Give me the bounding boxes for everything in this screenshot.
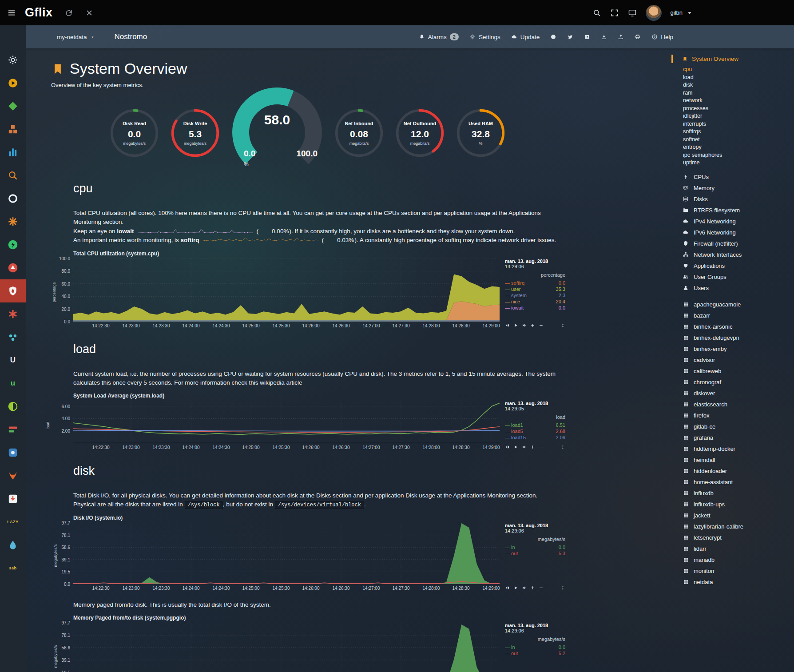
update-button[interactable]: Update — [511, 34, 540, 40]
chart-play-button[interactable] — [513, 585, 518, 590]
sidebar-app-settings[interactable] — [0, 48, 26, 72]
chart-zoom-in-button[interactable] — [530, 445, 535, 449]
gauge-disk-write[interactable]: Disk Write 5.3 megabytes/s — [170, 99, 221, 166]
nav-section-firewall-netfilter-[interactable]: Firewall (netfilter) — [682, 238, 790, 249]
chart-plot-area[interactable]: megabytes/s 97.778.158.639.119.50.0 14:2… — [73, 523, 500, 592]
sidebar-app-flower[interactable] — [0, 302, 26, 326]
nav-app-hiddenloader[interactable]: hiddenloader — [682, 465, 790, 477]
nav-section-disks[interactable]: Disks — [682, 194, 790, 205]
server-dropdown[interactable]: my-netdata — [57, 34, 95, 40]
chart-pan-forward-button[interactable] — [522, 323, 527, 328]
import-button[interactable] — [601, 34, 607, 40]
nav-app-lazylibrarian-calibre[interactable]: lazylibrarian-calibre — [682, 521, 790, 532]
legend-in[interactable]: — in0.0 — [505, 544, 565, 550]
sidebar-app-blue-app[interactable] — [0, 441, 26, 464]
nav-sub-interrupts[interactable]: interrupts — [683, 120, 790, 128]
nav-section-applications[interactable]: Applications — [682, 260, 790, 271]
facebook-link[interactable]: f — [584, 34, 590, 40]
legend-out[interactable]: — out-5.2 — [505, 650, 565, 656]
sidebar-app-plex[interactable] — [0, 72, 26, 95]
chart-pan-forward-button[interactable] — [522, 445, 527, 449]
nav-sub-uptime[interactable]: uptime — [683, 159, 790, 167]
chart-plot-area[interactable]: megabytes/s 97.778.158.639.119.50.0 14:2… — [73, 623, 500, 672]
nav-app-diskover[interactable]: diskover — [682, 388, 790, 399]
sidebar-app-sabnzbd[interactable]: sab — [0, 557, 26, 580]
hostname[interactable]: Nostromo — [115, 32, 147, 41]
nav-app-firefox[interactable]: firefox — [682, 410, 790, 421]
sidebar-app-home[interactable] — [0, 25, 26, 48]
hamburger-menu-icon[interactable] — [7, 8, 16, 17]
legend-load1[interactable]: — load16.51 — [505, 422, 565, 428]
chart-zoom-out-button[interactable] — [539, 445, 544, 449]
nav-system-overview[interactable]: System Overview — [671, 55, 790, 63]
nav-app-cadvisor[interactable]: cadvisor — [682, 354, 790, 366]
gauge-net-outbound[interactable]: Net Outbound 12.0 megabits/s — [394, 99, 445, 166]
chart-plot-area[interactable]: percentage 100.080.060.040.020.00.0 14:2… — [73, 258, 500, 329]
search-icon[interactable] — [592, 8, 601, 17]
settings-button[interactable]: Settings — [469, 34, 500, 40]
nav-section-users[interactable]: Users — [682, 282, 790, 294]
sidebar-app-emby[interactable] — [0, 95, 26, 118]
legend-in[interactable]: — in0.0 — [505, 644, 565, 650]
nav-app-jackett[interactable]: jackett — [682, 510, 790, 521]
nav-sub-softnet[interactable]: softnet — [683, 136, 790, 144]
sidebar-app-starburst[interactable] — [0, 210, 26, 233]
sidebar-app-bolt-app[interactable] — [0, 233, 26, 256]
legend-out[interactable]: — out-5.3 — [505, 550, 565, 557]
chart-zoom-out-button[interactable] — [539, 323, 544, 328]
user-menu[interactable]: gilbn — [671, 8, 694, 17]
nav-sub-entropy[interactable]: entropy — [683, 143, 790, 151]
nav-section-network-interfaces[interactable]: Network Interfaces — [682, 249, 790, 260]
chart-pan-backward-button[interactable] — [505, 445, 510, 449]
sidebar-app-boxes[interactable] — [0, 118, 26, 141]
nav-app-binhex-delugevpn[interactable]: binhex-delugevpn — [682, 332, 790, 343]
nav-sub-ram[interactable]: ram — [683, 89, 790, 97]
chart-pan-forward-button[interactable] — [522, 585, 527, 590]
help-button[interactable]: ? Help — [651, 34, 673, 40]
twitter-link[interactable] — [567, 34, 573, 40]
nav-sub-processes[interactable]: processes — [683, 105, 790, 113]
nav-section-ipv4-networking[interactable]: IPv4 Networking — [682, 216, 790, 227]
sidebar-app-levels-app[interactable] — [0, 418, 26, 441]
chart-pan-backward-button[interactable] — [505, 585, 510, 590]
nav-app-elasticsearch[interactable]: elasticsearch — [682, 399, 790, 410]
nav-app-monitorr[interactable]: monitorr — [682, 565, 790, 577]
chart-zoom-out-button[interactable] — [539, 585, 544, 590]
sidebar-app-netdata[interactable] — [0, 279, 26, 302]
chart-plot-area[interactable]: load 6.004.002.00 14:22:3014:23:0014:23:… — [73, 401, 500, 451]
sidebar-app-jackett[interactable] — [0, 164, 26, 187]
nav-section-memory[interactable]: Memory — [682, 183, 790, 194]
legend-load5[interactable]: — load52.68 — [505, 428, 565, 434]
nav-sub-cpu[interactable]: cpu — [683, 66, 790, 74]
chart-pan-backward-button[interactable] — [505, 323, 510, 328]
legend-load15[interactable]: — load152.06 — [505, 434, 565, 441]
nav-app-influxdb[interactable]: influxdb — [682, 488, 790, 499]
chart-resize-handle[interactable] — [560, 585, 565, 590]
nav-app-netdata[interactable]: netdata — [682, 577, 790, 588]
nav-app-lidarr[interactable]: lidarr — [682, 543, 790, 554]
export-button[interactable] — [618, 34, 624, 40]
nav-sub-disk[interactable]: disk — [683, 81, 790, 89]
sidebar-app-download-app[interactable] — [0, 487, 26, 510]
sidebar-app-trakt[interactable] — [0, 187, 26, 210]
chart-zoom-in-button[interactable] — [530, 323, 535, 328]
nav-sub-ipc-semaphores[interactable]: ipc semaphores — [683, 151, 790, 159]
chart-resize-handle[interactable] — [560, 445, 565, 449]
nav-app-influxdb-ups[interactable]: influxdb-ups — [682, 499, 790, 510]
sidebar-app-lazylibrarian[interactable]: LAZY — [0, 510, 26, 533]
nav-sub-softirqs[interactable]: softirqs — [683, 128, 790, 136]
chart-resize-handle[interactable] — [560, 323, 565, 328]
sidebar-app-tri-app[interactable] — [0, 256, 26, 279]
legend-nice[interactable]: — nice20.4 — [505, 298, 565, 305]
nav-app-bazarr[interactable]: bazarr — [682, 310, 790, 321]
nav-app-binhex-emby[interactable]: binhex-emby — [682, 343, 790, 354]
nav-app-home-assistant[interactable]: home-assistant — [682, 477, 790, 488]
nav-app-grafana[interactable]: grafana — [682, 432, 790, 443]
sidebar-app-u-app[interactable]: U — [0, 349, 26, 372]
legend-user[interactable]: — user35.3 — [505, 286, 565, 292]
nav-section-btrfs-filesystem[interactable]: BTRFS filesystem — [682, 205, 790, 216]
refresh-icon[interactable] — [64, 8, 73, 17]
sidebar-app-drop-app[interactable] — [0, 533, 26, 557]
chart-play-button[interactable] — [513, 323, 518, 328]
alarms-button[interactable]: Alarms 2 — [419, 33, 459, 40]
